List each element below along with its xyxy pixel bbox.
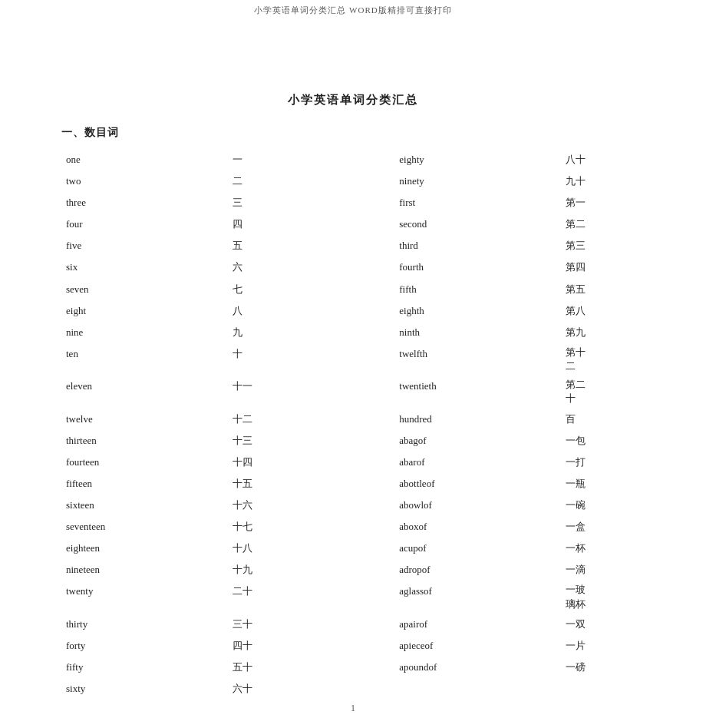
chinese-word-1: 十八 <box>228 538 312 559</box>
table-row: forty 四十 apieceof 一片 <box>61 635 645 657</box>
top-title: 小学英语单词分类汇总 WORD版精排可直接打印 <box>0 0 706 16</box>
table-row: sixteen 十六 abowlof 一碗 <box>61 495 645 516</box>
chinese-word-1: 五十 <box>228 657 312 678</box>
table-row: five 五 third 第三 <box>61 235 645 256</box>
english-word-2: ninth <box>394 322 561 343</box>
table-row: two 二 ninety 九十 <box>61 170 645 192</box>
table-row: eleven 十一 twentieth 第二 十 <box>61 376 645 408</box>
chinese-word-1: 六十 <box>228 678 312 700</box>
chinese-word-2: 九十 <box>561 170 645 192</box>
english-word-2: acupof <box>394 538 561 559</box>
page-number: 1 <box>0 703 706 714</box>
english-word-1: sixteen <box>61 495 228 516</box>
chinese-word-2: 第十 二 <box>561 343 645 376</box>
english-word-2: apieceof <box>394 635 561 657</box>
table-row: one 一 eighty 八十 <box>61 149 645 170</box>
table-row: ten 十 twelfth 第十 二 <box>61 343 645 376</box>
table-row: seventeen 十七 aboxof 一盒 <box>61 516 645 538</box>
chinese-word-1: 三 <box>228 192 312 213</box>
chinese-word-2: 第二 <box>561 213 645 235</box>
chinese-word-2: 百 <box>561 409 645 430</box>
chinese-word-2: 八十 <box>561 149 645 170</box>
english-word-1: thirty <box>61 614 228 635</box>
chinese-word-2: 第八 <box>561 300 645 322</box>
table-row: four 四 second 第二 <box>61 213 645 235</box>
chinese-word-1: 六 <box>228 256 312 278</box>
table-row: thirteen 十三 abagof 一包 <box>61 430 645 452</box>
chinese-word-1: 十六 <box>228 495 312 516</box>
english-word-1: four <box>61 213 228 235</box>
english-word-1: eighteen <box>61 538 228 559</box>
chinese-word-1: 五 <box>228 235 312 256</box>
english-word-1: fourteen <box>61 452 228 473</box>
chinese-word-2 <box>561 678 645 700</box>
chinese-word-1: 十一 <box>228 376 312 408</box>
english-word-2: abagof <box>394 430 561 452</box>
chinese-word-2: 一片 <box>561 635 645 657</box>
english-word-1: three <box>61 192 228 213</box>
chinese-word-2: 第四 <box>561 256 645 278</box>
english-word-2: apairof <box>394 614 561 635</box>
english-word-2: third <box>394 235 561 256</box>
english-word-1: nine <box>61 322 228 343</box>
english-word-2: abarof <box>394 452 561 473</box>
english-word-2: fifth <box>394 279 561 300</box>
vocab-table: one 一 eighty 八十 two 二 ninety 九十 three 三 … <box>61 149 645 700</box>
english-word-1: five <box>61 235 228 256</box>
english-word-2: fourth <box>394 256 561 278</box>
english-word-1: ten <box>61 343 228 376</box>
english-word-2: hundred <box>394 409 561 430</box>
table-row: fifty 五十 apoundof 一磅 <box>61 657 645 678</box>
english-word-2: apoundof <box>394 657 561 678</box>
chinese-word-2: 一磅 <box>561 657 645 678</box>
english-word-1: six <box>61 256 228 278</box>
chinese-word-1: 十九 <box>228 559 312 581</box>
english-word-1: twenty <box>61 581 228 613</box>
chinese-word-2: 一玻 璃杯 <box>561 581 645 613</box>
english-word-1: nineteen <box>61 559 228 581</box>
chinese-word-2: 一包 <box>561 430 645 452</box>
chinese-word-1: 四十 <box>228 635 312 657</box>
english-word-1: fifteen <box>61 473 228 495</box>
table-row: twelve 十二 hundred 百 <box>61 409 645 430</box>
main-title: 小学英语单词分类汇总 <box>61 93 645 108</box>
table-row: sixty 六十 <box>61 678 645 700</box>
english-word-1: eight <box>61 300 228 322</box>
chinese-word-1: 十四 <box>228 452 312 473</box>
table-row: three 三 first 第一 <box>61 192 645 213</box>
table-row: seven 七 fifth 第五 <box>61 279 645 300</box>
table-row: fourteen 十四 abarof 一打 <box>61 452 645 473</box>
chinese-word-2: 第一 <box>561 192 645 213</box>
chinese-word-1: 二十 <box>228 581 312 613</box>
chinese-word-2: 一碗 <box>561 495 645 516</box>
english-word-1: eleven <box>61 376 228 408</box>
english-word-2: adropof <box>394 559 561 581</box>
english-word-1: fifty <box>61 657 228 678</box>
english-word-1: one <box>61 149 228 170</box>
chinese-word-2: 第九 <box>561 322 645 343</box>
english-word-2: second <box>394 213 561 235</box>
english-word-2: twelfth <box>394 343 561 376</box>
chinese-word-1: 一 <box>228 149 312 170</box>
chinese-word-2: 一盒 <box>561 516 645 538</box>
chinese-word-1: 二 <box>228 170 312 192</box>
chinese-word-2: 一瓶 <box>561 473 645 495</box>
english-word-1: seven <box>61 279 228 300</box>
chinese-word-2: 第二 十 <box>561 376 645 408</box>
chinese-word-1: 七 <box>228 279 312 300</box>
english-word-2: first <box>394 192 561 213</box>
chinese-word-2: 第三 <box>561 235 645 256</box>
chinese-word-1: 十三 <box>228 430 312 452</box>
table-row: nine 九 ninth 第九 <box>61 322 645 343</box>
table-row: thirty 三十 apairof 一双 <box>61 614 645 635</box>
table-row: nineteen 十九 adropof 一滴 <box>61 559 645 581</box>
chinese-word-1: 三十 <box>228 614 312 635</box>
chinese-word-2: 一滴 <box>561 559 645 581</box>
english-word-2: twentieth <box>394 376 561 408</box>
chinese-word-1: 九 <box>228 322 312 343</box>
table-row: eight 八 eighth 第八 <box>61 300 645 322</box>
chinese-word-1: 四 <box>228 213 312 235</box>
chinese-word-1: 八 <box>228 300 312 322</box>
chinese-word-2: 一杯 <box>561 538 645 559</box>
english-word-1: forty <box>61 635 228 657</box>
